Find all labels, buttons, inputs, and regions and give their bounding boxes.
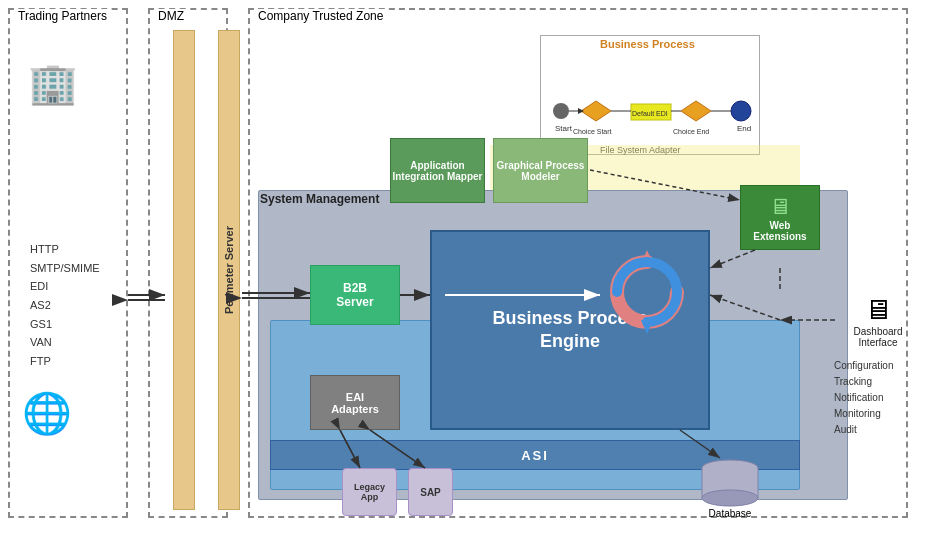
perimeter-server-label: Perimeter Server <box>223 226 235 314</box>
asi-label: ASI <box>521 448 549 463</box>
protocol-smtp: SMTP/SMIME <box>30 259 100 278</box>
dmz-bar <box>173 30 195 510</box>
dmz-label: DMZ <box>154 9 188 23</box>
legacy-line2: App <box>361 492 379 502</box>
svg-text:Start: Start <box>555 124 573 133</box>
protocol-van: VAN <box>30 333 100 352</box>
protocol-as2: AS2 <box>30 296 100 315</box>
svg-text:Choice Start: Choice Start <box>573 128 612 135</box>
bp-diagram-title: Business Process <box>600 38 695 50</box>
svg-marker-2 <box>581 101 611 121</box>
sap-box: SAP <box>408 468 453 516</box>
config-list: Configuration Tracking Notification Moni… <box>834 358 893 438</box>
dashboard-label: Dashboard Interface <box>838 326 918 348</box>
database-label: Database <box>700 508 760 519</box>
eai-adapters-box: EAI Adapters <box>310 375 400 430</box>
web-extensions-box: 🖥 Web Extensions <box>740 185 820 250</box>
config-item-3: Monitoring <box>834 406 893 422</box>
circular-arrow-svg <box>597 242 697 342</box>
protocol-gs1: GS1 <box>30 315 100 334</box>
protocol-ftp: FTP <box>30 352 100 371</box>
config-item-4: Audit <box>834 422 893 438</box>
protocol-list: HTTP SMTP/SMIME EDI AS2 GS1 VAN FTP <box>30 240 100 371</box>
protocol-http: HTTP <box>30 240 100 259</box>
eai-line2: Adapters <box>331 403 379 415</box>
database-box: Database <box>700 458 760 508</box>
sap-label: SAP <box>420 487 441 498</box>
config-item-0: Configuration <box>834 358 893 374</box>
config-item-2: Notification <box>834 390 893 406</box>
aim-label: Application Integration Mapper <box>391 160 484 182</box>
building-icon: 🏢 <box>28 60 78 107</box>
database-svg <box>700 458 760 508</box>
svg-point-18 <box>702 490 758 506</box>
b2b-server-box: B2B Server <box>310 265 400 325</box>
we-line1: Web <box>770 220 791 231</box>
dashboard-interface-box: 🖥 Dashboard Interface <box>838 290 918 350</box>
b2b-line2: Server <box>336 295 373 309</box>
svg-text:End: End <box>737 124 751 133</box>
network-icon: 🌐 <box>22 390 72 437</box>
gpm-box: Graphical Process Modeler <box>493 138 588 203</box>
system-management-label: System Management <box>260 192 379 206</box>
protocol-edi: EDI <box>30 277 100 296</box>
bpe-line2: Engine <box>540 330 600 353</box>
svg-marker-6 <box>681 101 711 121</box>
legacy-line1: Legacy <box>354 482 385 492</box>
aim-box: Application Integration Mapper <box>390 138 485 203</box>
perimeter-server-bar: Perimeter Server <box>218 30 240 510</box>
svg-point-8 <box>731 101 751 121</box>
eai-line1: EAI <box>346 391 364 403</box>
svg-point-0 <box>553 103 569 119</box>
monitor-icon: 🖥 <box>769 194 791 220</box>
svg-text:Default EDI: Default EDI <box>632 110 668 117</box>
circular-arrow <box>597 242 697 342</box>
trusted-zone-label: Company Trusted Zone <box>254 9 387 23</box>
svg-text:Choice End: Choice End <box>673 128 709 135</box>
business-process-diagram: Start Choice Start Default EDI Choice En… <box>540 35 760 155</box>
we-line2: Extensions <box>753 231 806 242</box>
config-item-1: Tracking <box>834 374 893 390</box>
dashboard-monitor-icon: 🖥 <box>864 293 892 326</box>
legacy-app-box: Legacy App <box>342 468 397 516</box>
gpm-label: Graphical Process Modeler <box>494 160 587 182</box>
trading-partners-label: Trading Partners <box>14 9 111 23</box>
b2b-line1: B2B <box>343 281 367 295</box>
